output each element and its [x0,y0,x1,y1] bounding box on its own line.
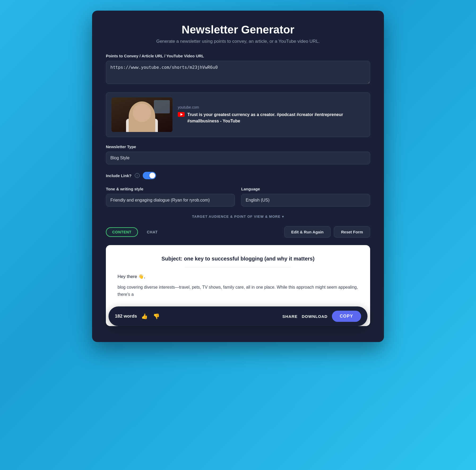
newsletter-type-group: Newsletter Type [106,144,370,164]
toggle-knob [149,173,155,178]
bottom-actions: SHARE DOWNLOAD COPY [282,311,361,322]
newsletter-type-input[interactable] [106,152,370,164]
edit-run-button[interactable]: Edit & Run Again [284,226,331,238]
thumbnail-person [111,97,172,132]
bottom-bar: 182 words 👍 👎 SHARE DOWNLOAD COPY [106,306,370,326]
page-subtitle: Generate a newsletter using points to co… [106,39,370,44]
output-body: blog covering diverse interests—travel, … [118,284,358,298]
url-field-group: Points to Convey / Article URL / YouTube… [106,54,370,85]
preview-title: Trust is your greatest currency as a cre… [187,112,365,124]
copy-button[interactable]: COPY [332,311,361,322]
newsletter-type-label: Newsletter Type [106,144,370,149]
output-greeting: Hey there 👋, [118,274,358,279]
tone-group: Tone & writing style [106,187,235,207]
share-button[interactable]: SHARE [282,314,297,319]
output-card: Subject: one key to successful blogging … [106,245,370,326]
word-count-text: 182 words [115,314,137,319]
thumbnail-face [129,101,155,132]
expand-label: TARGET AUDIENCE & POINT OF VIEW & MORE [192,215,280,219]
video-thumbnail [111,97,172,132]
preview-domain: youtube.com [178,105,365,109]
thumbs-up-button[interactable]: 👍 [140,312,149,321]
bottom-bar-inner: 182 words 👍 👎 SHARE DOWNLOAD COPY [109,306,367,326]
include-link-row: Include Link? i [106,172,370,179]
actions-right: Edit & Run Again Reset Form [284,226,370,238]
thumbs-down-button[interactable]: 👎 [152,312,161,321]
youtube-play-triangle [180,113,183,116]
output-subject: Subject: one key to successful blogging … [118,256,358,262]
url-input[interactable] [106,61,370,84]
url-preview-info: youtube.com Trust is your greatest curre… [178,105,365,124]
info-icon[interactable]: i [135,173,140,178]
url-label: Points to Convey / Article URL / YouTube… [106,54,370,58]
expand-row: TARGET AUDIENCE & POINT OF VIEW & MORE ▾ [106,214,370,219]
reset-form-button[interactable]: Reset Form [334,226,370,238]
expand-button[interactable]: TARGET AUDIENCE & POINT OF VIEW & MORE ▾ [192,215,284,219]
youtube-icon [178,112,185,117]
thumbnail-bg-light [154,100,170,113]
page-title: Newsletter Generator [106,23,370,36]
preview-title-row: Trust is your greatest currency as a cre… [178,112,365,124]
chevron-down-icon: ▾ [282,215,284,219]
output-overflow: Hey there 👋, blog covering diverse inter… [118,274,358,298]
tone-label: Tone & writing style [106,187,235,191]
download-button[interactable]: DOWNLOAD [302,314,327,319]
url-preview-card: youtube.com Trust is your greatest curre… [106,92,370,137]
word-count-section: 182 words 👍 👎 [115,312,161,321]
tab-chat[interactable]: CHAT [141,227,164,237]
include-link-toggle[interactable] [143,172,156,179]
tabs-actions-row: CONTENT CHAT Edit & Run Again Reset Form [106,226,370,238]
language-group: Language [241,187,370,207]
tabs-left: CONTENT CHAT [106,227,164,237]
language-input[interactable] [241,194,370,207]
tone-input[interactable] [106,194,235,207]
header-section: Newsletter Generator Generate a newslett… [106,23,370,44]
app-window: Newsletter Generator Generate a newslett… [92,11,384,342]
tone-language-row: Tone & writing style Language [106,187,370,207]
include-link-label: Include Link? [106,173,132,178]
language-label: Language [241,187,370,191]
output-divider [185,267,291,267]
tab-content[interactable]: CONTENT [106,227,138,237]
